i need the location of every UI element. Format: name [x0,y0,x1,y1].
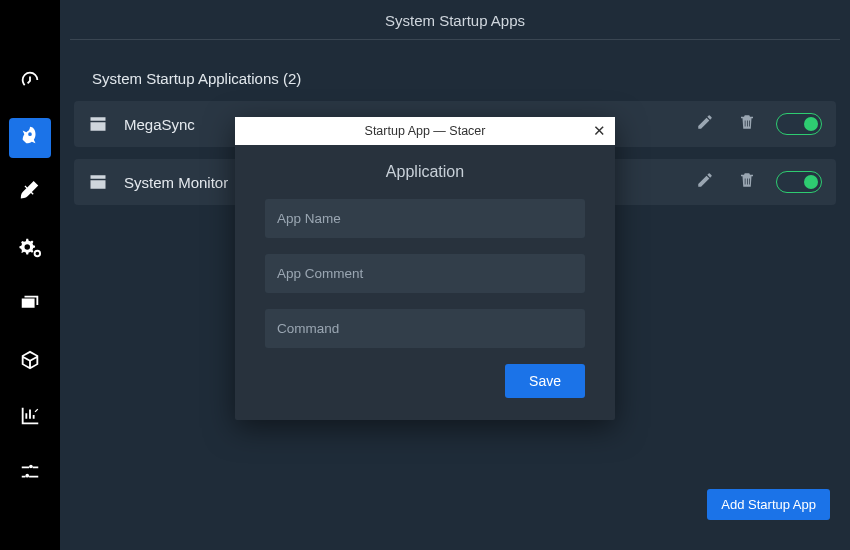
nav-resources[interactable] [9,398,51,438]
broom-icon [19,181,41,207]
nav-uninstaller[interactable] [9,342,51,382]
pencil-icon [696,113,714,135]
delete-button[interactable] [734,111,760,137]
nav-services[interactable] [9,230,51,270]
edit-button[interactable] [692,169,718,195]
rocket-icon [19,125,41,151]
gauge-icon [19,69,41,95]
page-title: System Startup Apps [70,0,840,40]
edit-button[interactable] [692,111,718,137]
window-stack-icon [19,293,41,319]
dialog-title: Startup App — Stacer [365,124,486,138]
trash-icon [738,171,756,193]
save-button[interactable]: Save [505,364,585,398]
app-comment-input[interactable] [265,254,585,293]
app-command-input[interactable] [265,309,585,348]
section-title: System Startup Applications (2) [70,40,840,101]
delete-button[interactable] [734,169,760,195]
app-name-input[interactable] [265,199,585,238]
add-app-dialog: Startup App — Stacer ✕ Application Save [235,117,615,420]
close-icon: ✕ [593,122,606,140]
dialog-heading: Application [265,163,585,181]
chart-icon [19,405,41,431]
package-icon [19,349,41,375]
enable-toggle[interactable] [776,171,822,193]
nav-settings[interactable] [9,454,51,494]
sliders-icon [19,461,41,487]
dialog-close-button[interactable]: ✕ [589,121,609,141]
nav-processes[interactable] [9,286,51,326]
dialog-titlebar: Startup App — Stacer ✕ [235,117,615,145]
gears-icon [19,237,41,263]
pencil-icon [696,171,714,193]
nav-system-cleaner[interactable] [9,174,51,214]
add-startup-app-button[interactable]: Add Startup App [707,489,830,520]
sidebar [0,0,60,550]
nav-startup-apps[interactable] [9,118,51,158]
window-icon [88,114,108,134]
nav-dashboard[interactable] [9,62,51,102]
window-icon [88,172,108,192]
dialog-body: Application Save [235,145,615,420]
trash-icon [738,113,756,135]
enable-toggle[interactable] [776,113,822,135]
